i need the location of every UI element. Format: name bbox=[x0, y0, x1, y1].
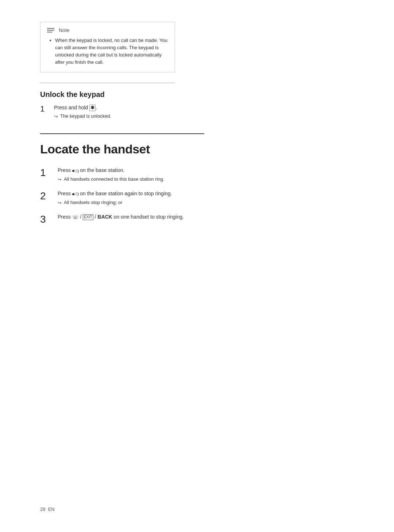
paging-dot-2 bbox=[72, 193, 74, 195]
note-title: Note bbox=[59, 27, 70, 33]
locate-step-number-1: 1 bbox=[40, 167, 58, 179]
locate-step-number-2: 2 bbox=[40, 190, 58, 202]
paging-waves-1: ⦾) bbox=[75, 168, 79, 174]
asterisk-icon: ✱ bbox=[89, 105, 96, 111]
note-text: When the keypad is locked, no call can b… bbox=[55, 37, 168, 66]
locate-step-1-result: ↪ All handsets connected to this base st… bbox=[58, 176, 354, 183]
locate-step-number-3: 3 bbox=[40, 213, 58, 226]
note-lines-icon bbox=[47, 28, 54, 32]
section-divider-2 bbox=[40, 133, 204, 134]
paging-icon-2: ⦾) bbox=[72, 190, 79, 197]
note-content: When the keypad is locked, no call can b… bbox=[47, 37, 168, 66]
phone-icon: ☏ bbox=[72, 214, 79, 222]
unlock-title: Unlock the keypad bbox=[40, 90, 354, 99]
result-arrow-3: ↪ bbox=[58, 199, 62, 207]
locate-step-2-content: Press ⦾) on the base station again to st… bbox=[58, 190, 354, 207]
result-text-3: All handsets stop ringing; or bbox=[64, 199, 122, 206]
locate-section: Locate the handset 1 Press ⦾) on the bas… bbox=[40, 142, 354, 225]
result-text-2: All handsets connected to this base stat… bbox=[64, 176, 164, 183]
paging-waves-2: ⦾) bbox=[75, 191, 79, 197]
result-arrow-2: ↪ bbox=[58, 176, 62, 183]
locate-step-3: 3 Press ☏ / EXIT / BACK on one handset t… bbox=[40, 213, 354, 226]
locate-step-1-content: Press ⦾) on the base station. ↪ All hand… bbox=[58, 167, 354, 183]
result-text-1: The keypad is unlocked. bbox=[60, 113, 111, 120]
locate-step-2-result: ↪ All handsets stop ringing; or bbox=[58, 199, 354, 207]
exit-icon: EXIT bbox=[83, 214, 93, 220]
note-box: Note When the keypad is locked, no call … bbox=[40, 22, 175, 73]
step-1-text: Press and hold ✱. bbox=[54, 105, 97, 110]
locate-step-1-text: Press ⦾) on the base station. bbox=[58, 167, 124, 173]
paging-dot-1 bbox=[72, 170, 74, 172]
page-container: Note When the keypad is locked, no call … bbox=[0, 0, 394, 532]
unlock-section: Unlock the keypad 1 Press and hold ✱. ↪ … bbox=[40, 90, 354, 121]
result-arrow-1: ↪ bbox=[54, 113, 58, 120]
step-number-1: 1 bbox=[40, 104, 54, 114]
note-header: Note bbox=[47, 27, 168, 33]
page-footer: 28 EN bbox=[40, 506, 55, 512]
locate-step-2-text: Press ⦾) on the base station again to st… bbox=[58, 191, 172, 196]
section-divider-1 bbox=[40, 83, 175, 83]
locate-step-3-text: Press ☏ / EXIT / BACK on one handset to … bbox=[58, 214, 184, 220]
paging-icon-1: ⦾) bbox=[72, 167, 79, 175]
locate-step-3-content: Press ☏ / EXIT / BACK on one handset to … bbox=[58, 213, 354, 221]
locate-step-2: 2 Press ⦾) on the base station again to … bbox=[40, 190, 354, 207]
locate-step-1: 1 Press ⦾) on the base station. ↪ All ha… bbox=[40, 167, 354, 183]
unlock-step-1: 1 Press and hold ✱. ↪ The keypad is unlo… bbox=[40, 104, 354, 121]
language: EN bbox=[48, 506, 55, 512]
step-1-result: ↪ The keypad is unlocked. bbox=[54, 113, 354, 120]
locate-title: Locate the handset bbox=[40, 142, 354, 156]
page-number: 28 bbox=[40, 506, 45, 512]
step-1-content: Press and hold ✱. ↪ The keypad is unlock… bbox=[54, 104, 354, 121]
